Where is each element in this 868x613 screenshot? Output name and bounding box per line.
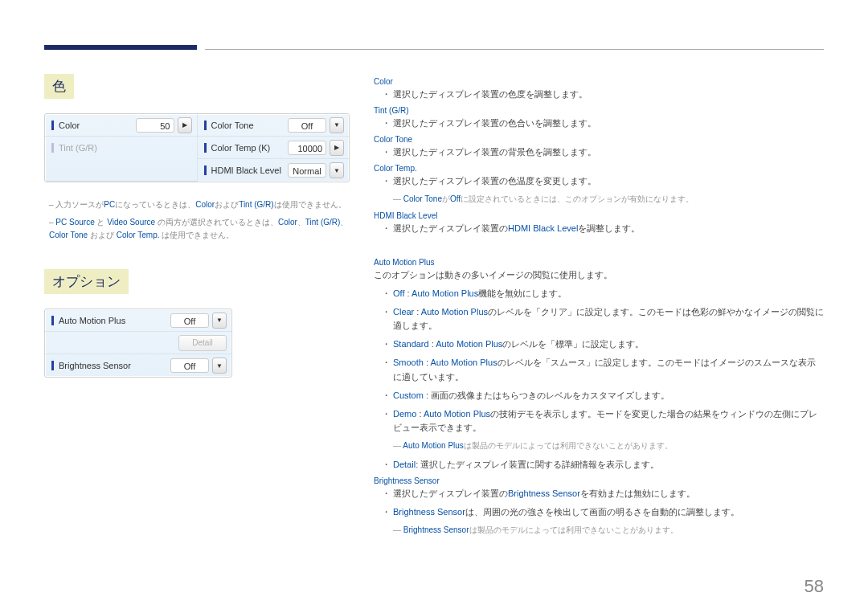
color-label: Color [51,121,136,130]
auto-motion-plus-value[interactable]: Off [170,313,209,328]
desc-amp-b2: Clear : Auto Motion Plusのレベルを「クリア」に設定します… [374,305,824,333]
desc-amp-b4: Smooth : Auto Motion Plusのレベルを「スムース」に設定し… [374,356,824,383]
hdmi-black-level-value[interactable]: Normal [288,163,326,178]
desc-color-b1: 選択したディスプレイ装置の色度を調整します。 [374,88,824,101]
desc-bs-b1: 選択したディスプレイ装置のBrightness Sensorを有効または無効にし… [374,487,824,501]
desc-bs-head: Brightness Sensor [374,476,824,485]
desc-amp-intro: このオプションは動きの多いイメージの閲覧に使用します。 [374,268,824,282]
desc-temp-b1: 選択したディスプレイ装置の色温度を変更します。 [374,174,824,188]
section-title-color: 色 [44,74,74,99]
desc-amp-head: Auto Motion Plus [374,258,824,267]
desc-tint-head: Tint (G/R) [374,106,824,115]
detail-button[interactable]: Detail [178,335,227,351]
desc-bs-b2: Brightness Sensorは、周囲の光の強さを検出して画面の明るさを自動… [374,505,824,519]
color-value[interactable]: 50 [136,118,174,133]
option-panel: Auto Motion Plus Off ▼ Detail Brightness… [44,309,232,378]
desc-amp-sub: Auto Motion Plusは製品のモデルによっては利用できないことがありま… [393,439,824,452]
color-tone-value[interactable]: Off [288,118,326,133]
desc-tone-b1: 選択したディスプレイ装置の背景色を調整します。 [374,145,824,159]
color-temp-stepper-icon[interactable]: ▶ [330,140,344,156]
section-color: 色 Color 50 ▶ Tint (G/R) [44,74,350,242]
desc-hdmi-b1: 選択したディスプレイ装置のHDMI Black Levelを調整します。 [374,222,824,235]
color-panel: Color 50 ▶ Tint (G/R) Color Tone O [44,113,350,182]
color-notes: – 入力ソースがPCになっているときは、ColorおよびTint (G/R)は使… [44,198,350,242]
desc-amp-b1: Off : Auto Motion Plus機能を無効にします。 [374,287,824,300]
desc-color-head: Color [374,77,824,86]
brightness-sensor-label: Brightness Sensor [51,361,170,370]
desc-amp-b5: Custom : 画面の残像またはちらつきのレベルをカスタマイズします。 [374,389,824,403]
desc-amp-b6: Demo : Auto Motion Plusの技術デモを表示します。モードを変… [374,407,824,435]
hdmi-black-level-dropdown-icon[interactable]: ▼ [330,162,344,178]
auto-motion-plus-dropdown-icon[interactable]: ▼ [212,313,227,329]
page-number: 58 [805,576,824,597]
desc-tone-head: Color Tone [374,135,824,144]
desc-bs-sub: Brightness Sensorは製品のモデルによっては利用できないことがあり… [393,524,824,536]
header-accent-bar [44,45,197,50]
color-temp-value[interactable]: 10000 [288,141,326,155]
color-tone-label: Color Tone [204,121,289,130]
brightness-sensor-dropdown-icon[interactable]: ▼ [212,358,227,374]
color-tone-dropdown-icon[interactable]: ▼ [330,117,344,133]
header-rule [44,40,824,50]
hdmi-black-level-label: HDMI Black Level [204,166,289,175]
header-thin-line [205,49,824,50]
desc-tint-b1: 選択したディスプレイ装置の色合いを調整します。 [374,116,824,130]
desc-hdmi-head: HDMI Black Level [374,211,824,220]
section-option: オプション Auto Motion Plus Off ▼ Detail Brig… [44,269,350,378]
desc-amp-b7: Detail: 選択したディスプレイ装置に関する詳細情報を表示します。 [374,458,824,472]
color-stepper-icon[interactable]: ▶ [178,117,192,133]
section-title-option: オプション [44,269,129,294]
tint-label: Tint (G/R) [51,143,192,153]
desc-temp-head: Color Temp. [374,164,824,173]
auto-motion-plus-label: Auto Motion Plus [51,316,170,325]
desc-amp-b3: Standard : Auto Motion Plusのレベルを「標準」に設定し… [374,337,824,351]
brightness-sensor-value[interactable]: Off [170,358,209,373]
color-temp-label: Color Temp (K) [204,143,289,153]
desc-temp-sub: Color ToneがOffに設定されているときには、このオプションが有効になり… [393,193,824,205]
description-column: Color 選択したディスプレイ装置の色度を調整します。 Tint (G/R) … [366,74,824,542]
